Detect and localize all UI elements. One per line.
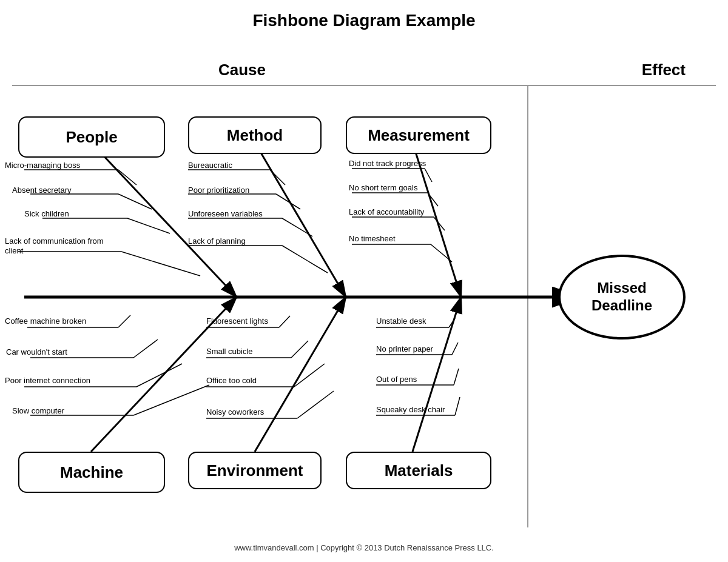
effect-circle: MissedDeadline — [558, 255, 686, 340]
machine-cause-1: Coffee machine broken — [5, 316, 117, 326]
footer: www.timvandevall.com | Copyright © 2013 … — [0, 543, 728, 552]
svg-line-5 — [118, 170, 136, 185]
svg-line-27 — [434, 217, 445, 230]
svg-line-36 — [136, 364, 182, 387]
environment-cause-1: Fluorescent lights — [206, 316, 268, 326]
svg-line-16 — [276, 194, 300, 209]
svg-line-20 — [282, 246, 328, 273]
svg-line-50 — [449, 318, 455, 327]
svg-line-25 — [428, 193, 438, 206]
svg-line-14 — [270, 170, 285, 185]
materials-cause-2: No printer paper — [376, 344, 433, 354]
method-cause-4: Lack of planning — [188, 236, 246, 246]
svg-line-43 — [291, 341, 308, 358]
measurement-cause-3: Lack of accountability — [349, 207, 424, 217]
people-cause-1: Micro-managing boss — [5, 161, 117, 170]
people-cause-3: Sick children — [24, 209, 69, 219]
environment-box: Environment — [188, 452, 322, 489]
effect-label: Effect — [642, 61, 686, 79]
page-title: Fishbone Diagram Example — [0, 0, 728, 35]
svg-line-7 — [118, 194, 152, 209]
measurement-cause-4: No timesheet — [349, 234, 396, 244]
materials-cause-1: Unstable desk — [376, 316, 426, 326]
materials-box: Materials — [346, 452, 491, 489]
materials-cause-4: Squeaky desk chair — [376, 405, 445, 415]
svg-line-52 — [452, 343, 458, 355]
machine-cause-4: Slow computer — [12, 406, 64, 416]
svg-line-34 — [133, 340, 158, 358]
environment-cause-4: Noisy coworkers — [206, 407, 264, 417]
cause-label: Cause — [218, 61, 266, 79]
machine-cause-2: Car wouldn't start — [6, 347, 118, 357]
measurement-box: Measurement — [346, 116, 491, 154]
svg-line-29 — [431, 244, 452, 262]
svg-line-54 — [454, 369, 459, 385]
svg-line-41 — [279, 316, 290, 327]
machine-cause-3: Poor internet connection — [5, 376, 117, 386]
method-cause-3: Unforeseen variables — [188, 209, 263, 219]
svg-line-11 — [121, 252, 200, 276]
divider — [12, 85, 716, 86]
svg-line-12 — [255, 142, 346, 297]
svg-line-45 — [294, 364, 325, 387]
people-cause-2: Absent secretary — [12, 186, 72, 195]
environment-cause-2: Small cubicle — [206, 347, 253, 356]
svg-line-56 — [455, 397, 460, 415]
svg-line-9 — [127, 218, 170, 233]
method-box: Method — [188, 116, 322, 154]
measurement-cause-2: No short term goals — [349, 183, 417, 193]
environment-cause-3: Office too cold — [206, 376, 257, 386]
svg-line-38 — [133, 385, 209, 415]
machine-box: Machine — [18, 452, 165, 493]
people-cause-4: Lack of communication from client — [5, 236, 117, 255]
materials-cause-3: Out of pens — [376, 375, 417, 384]
svg-line-32 — [118, 315, 130, 327]
svg-line-23 — [425, 169, 432, 182]
method-cause-2: Poor prioritization — [188, 186, 249, 195]
measurement-cause-1: Did not track progress — [349, 159, 470, 169]
method-cause-1: Bureaucratic — [188, 161, 232, 170]
people-box: People — [18, 116, 165, 158]
svg-line-39 — [255, 297, 346, 452]
svg-line-47 — [297, 391, 334, 418]
svg-line-18 — [282, 218, 312, 236]
